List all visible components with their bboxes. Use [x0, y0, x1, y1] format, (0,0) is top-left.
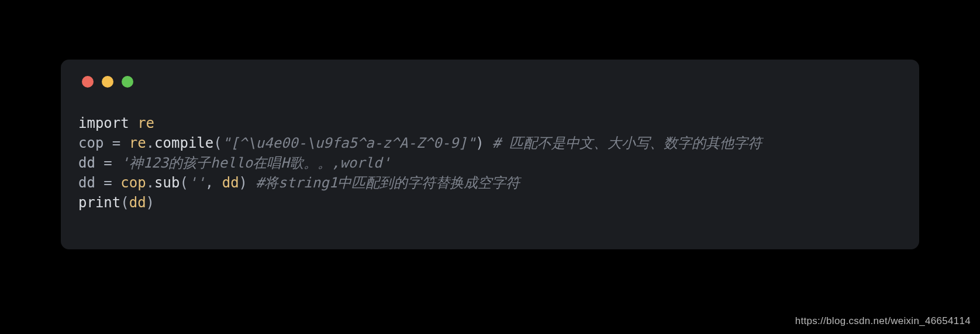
comment-2: #将string1中匹配到的字符替换成空字符 — [256, 175, 520, 191]
watermark: https://blog.csdn.net/weixin_46654114 — [795, 315, 971, 327]
code-block: import re cop = re.compile("[^\u4e00-\u9… — [78, 113, 902, 213]
dot: . — [146, 175, 154, 191]
keyword-import: import — [78, 115, 129, 131]
arg-dd: dd — [222, 175, 239, 191]
space — [247, 175, 256, 191]
obj-cop: cop — [120, 175, 146, 191]
var-cop: cop — [78, 135, 103, 151]
module-re: re — [137, 115, 154, 131]
fn-sub: sub — [154, 175, 180, 191]
assign: = — [103, 135, 129, 151]
code-card: import re cop = re.compile("[^\u4e00-\u9… — [61, 60, 919, 249]
var-dd: dd — [78, 175, 95, 191]
fn-compile: compile — [154, 135, 213, 151]
paren-close: ) — [239, 175, 247, 191]
maximize-icon[interactable] — [122, 76, 133, 88]
assign: = — [95, 175, 120, 191]
string-sample: '神123的孩子hello在唱H歌。。,world' — [120, 155, 391, 171]
var-dd: dd — [78, 155, 95, 171]
assign: = — [95, 155, 120, 171]
obj-re: re — [129, 135, 146, 151]
space — [484, 135, 492, 151]
window-controls — [82, 76, 902, 88]
comment-1: # 匹配不是中文、大小写、数字的其他字符 — [492, 135, 762, 151]
regex-pattern: "[^\u4e00-\u9fa5^a-z^A-Z^0-9]" — [222, 135, 475, 151]
fn-print: print — [78, 194, 120, 211]
paren-open: ( — [180, 175, 188, 191]
paren-close: ) — [146, 194, 154, 211]
comma: , — [205, 175, 222, 191]
minimize-icon[interactable] — [102, 76, 113, 88]
close-icon[interactable] — [82, 76, 94, 88]
dot: . — [146, 135, 154, 151]
arg-dd: dd — [129, 194, 146, 211]
paren-close: ) — [475, 135, 484, 151]
paren-open: ( — [120, 194, 129, 211]
empty-string: '' — [188, 175, 205, 191]
paren-open: ( — [213, 135, 222, 151]
